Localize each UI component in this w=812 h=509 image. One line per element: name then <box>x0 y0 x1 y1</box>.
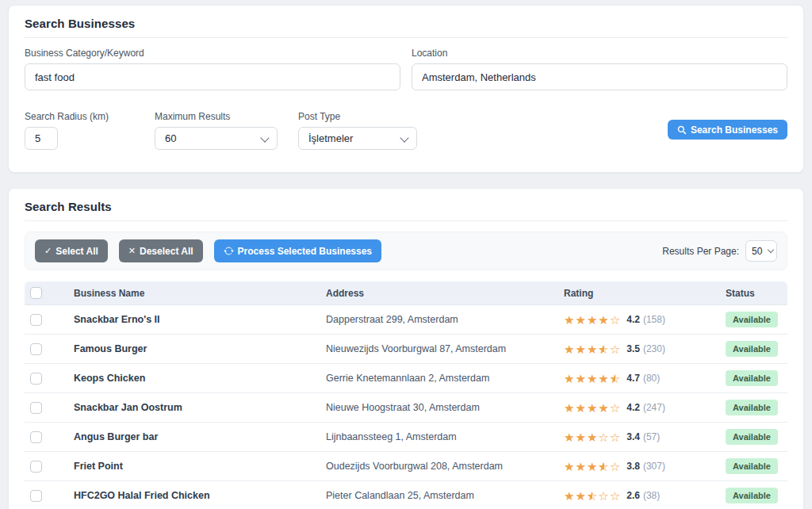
rating: ★★★★☆ 4.2 (158) <box>564 314 707 326</box>
status-badge: Available <box>726 312 778 327</box>
table-header-row: Business Name Address Rating Status <box>25 281 787 305</box>
star-full-icon: ★ <box>598 402 609 414</box>
business-address: Gerrie Knetemannlaan 2, Amsterdam <box>316 364 554 393</box>
rating: ★★★☆★☆ 3.5 (230) <box>564 343 707 355</box>
search-icon <box>677 125 687 135</box>
rating-value: 4.2 <box>626 402 640 413</box>
star-rating-icons: ★★★☆★☆ <box>564 343 621 355</box>
radius-field-group: Search Radius (km) <box>25 111 155 150</box>
divider <box>25 37 787 38</box>
status-badge: Available <box>726 370 778 386</box>
business-address: Nieuwe Hoogstraat 30, Amsterdam <box>316 393 554 423</box>
star-full-icon: ★ <box>587 314 598 326</box>
column-header-rating: Rating <box>554 281 716 305</box>
star-full-icon: ★ <box>564 402 575 414</box>
max-results-select[interactable]: 60 <box>155 127 278 150</box>
column-header-status: Status <box>716 281 787 305</box>
business-name: Snackbar Erno's II <box>64 305 316 335</box>
results-toolbar: ✓ Select All ✕ Deselect All Process Sele… <box>25 232 787 270</box>
radius-input[interactable] <box>25 127 58 150</box>
star-full-icon: ★ <box>587 431 598 443</box>
search-results-panel: Search Results ✓ Select All ✕ Deselect A… <box>8 188 804 509</box>
star-empty-icon: ☆ <box>610 314 621 326</box>
rating-value: 4.7 <box>626 373 640 384</box>
category-field-group: Business Category/Keyword <box>25 48 400 90</box>
review-count: (158) <box>643 314 665 325</box>
star-full-icon: ★ <box>575 314 586 326</box>
star-full-icon: ★ <box>575 343 586 355</box>
star-rating-icons: ★★★★☆ <box>564 314 621 326</box>
star-full-icon: ★ <box>564 314 575 326</box>
radius-label: Search Radius (km) <box>25 111 155 122</box>
table-row: Keops Chicken Gerrie Knetemannlaan 2, Am… <box>25 364 787 393</box>
review-count: (38) <box>643 490 660 501</box>
star-half-icon: ☆★ <box>598 343 609 355</box>
star-full-icon: ★ <box>575 402 586 414</box>
status-badge: Available <box>726 488 778 503</box>
max-results-field-group: Maximum Results 60 <box>155 111 288 150</box>
rating-value: 3.8 <box>626 461 640 472</box>
process-selected-button[interactable]: Process Selected Businesses <box>214 239 381 262</box>
results-table: Business Name Address Rating Status Snac… <box>25 281 787 509</box>
table-row: Famous Burger Nieuwezijds Voorburgwal 87… <box>25 335 787 364</box>
select-all-button[interactable]: ✓ Select All <box>35 239 108 262</box>
review-count: (307) <box>643 461 665 472</box>
business-name: Angus Burger bar <box>64 423 316 452</box>
star-full-icon: ★ <box>564 490 575 502</box>
table-row: Snackbar Erno's II Dapperstraat 299, Ams… <box>25 305 787 335</box>
star-full-icon: ★ <box>587 402 598 414</box>
x-icon: ✕ <box>128 247 136 255</box>
star-full-icon: ★ <box>575 373 586 385</box>
post-type-select[interactable]: İşletmeler <box>298 127 417 150</box>
location-input[interactable] <box>412 63 787 90</box>
row-checkbox[interactable] <box>30 343 42 355</box>
star-full-icon: ★ <box>564 343 575 355</box>
star-half-icon: ☆★ <box>587 490 598 502</box>
row-checkbox[interactable] <box>30 431 42 443</box>
row-checkbox[interactable] <box>30 490 42 502</box>
results-panel-title: Search Results <box>25 200 787 213</box>
check-icon: ✓ <box>44 247 52 255</box>
star-full-icon: ★ <box>598 373 609 385</box>
star-empty-icon: ☆ <box>610 431 621 443</box>
star-empty-icon: ☆ <box>598 490 609 502</box>
deselect-all-button[interactable]: ✕ Deselect All <box>119 239 203 262</box>
row-checkbox[interactable] <box>30 402 42 414</box>
category-input[interactable] <box>25 63 400 90</box>
status-badge: Available <box>726 400 778 415</box>
star-empty-icon: ☆ <box>610 343 621 355</box>
star-rating-icons: ★★★★☆ <box>564 402 621 414</box>
select-all-checkbox[interactable] <box>30 287 42 299</box>
business-address: Nieuwezijds Voorburgwal 87, Amsterdam <box>316 335 554 364</box>
review-count: (230) <box>643 343 665 354</box>
row-checkbox[interactable] <box>30 461 42 473</box>
rating-value: 3.4 <box>626 431 640 442</box>
post-type-label: Post Type <box>298 111 417 122</box>
row-checkbox[interactable] <box>30 373 42 385</box>
deselect-all-label: Deselect All <box>140 246 193 257</box>
rating: ★★★★☆ 4.2 (247) <box>564 402 707 414</box>
business-address: Oudezijds Voorburgwal 208, Amsterdam <box>316 452 554 481</box>
status-badge: Available <box>726 341 778 357</box>
sync-arrows-icon <box>224 246 234 256</box>
business-address: Dapperstraat 299, Amsterdam <box>316 305 554 335</box>
search-businesses-panel: Search Businesses Business Category/Keyw… <box>8 5 804 173</box>
row-checkbox[interactable] <box>30 314 42 326</box>
category-label: Business Category/Keyword <box>25 48 400 59</box>
review-count: (247) <box>643 402 665 413</box>
results-per-page-select[interactable]: 50 <box>745 240 777 262</box>
review-count: (57) <box>643 431 660 442</box>
table-row: Angus Burger bar Lijnbaanssteeg 1, Amste… <box>25 423 787 452</box>
review-count: (80) <box>643 373 660 384</box>
star-full-icon: ★ <box>575 490 586 502</box>
star-full-icon: ★ <box>587 461 598 473</box>
star-rating-icons: ★★★☆★☆ <box>564 461 621 473</box>
rating-value: 2.6 <box>626 490 640 501</box>
search-button-label: Search Businesses <box>691 124 778 136</box>
star-empty-icon: ☆ <box>610 490 621 502</box>
business-name: Snackbar Jan Oostrum <box>64 393 316 423</box>
divider <box>25 220 787 221</box>
search-businesses-button[interactable]: Search Businesses <box>668 120 787 140</box>
max-results-label: Maximum Results <box>155 111 288 122</box>
select-all-label: Select All <box>56 246 98 257</box>
